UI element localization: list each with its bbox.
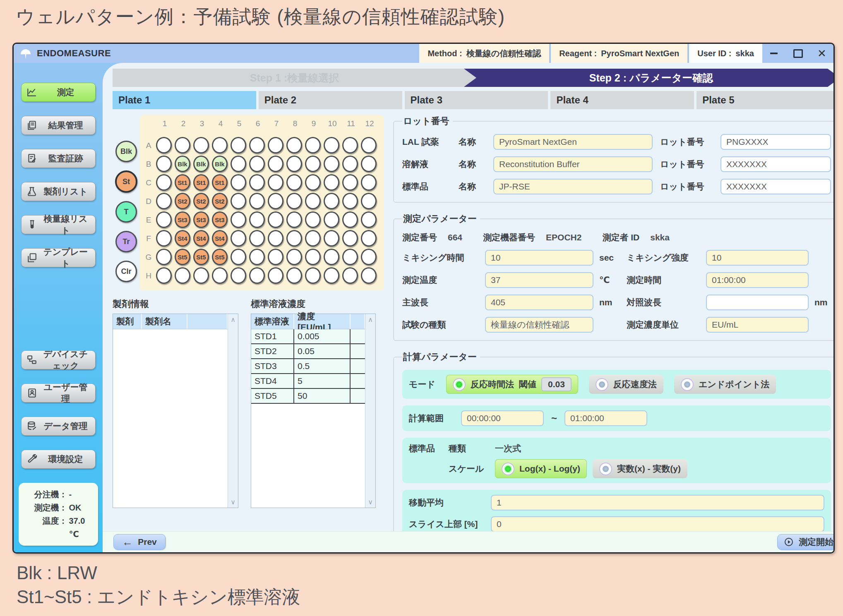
well-D5[interactable]: [231, 193, 246, 209]
standard-table-scrollbar[interactable]: ∧∨: [365, 314, 375, 508]
well-H10[interactable]: [324, 267, 339, 284]
well-E6[interactable]: [249, 211, 265, 228]
legend-blk[interactable]: Blk: [115, 141, 137, 162]
well-C9[interactable]: [305, 174, 321, 191]
well-A6[interactable]: [249, 137, 265, 153]
tab-plate-5[interactable]: Plate 5: [696, 91, 835, 109]
mode-reaction-rate-option[interactable]: 反応速度法: [589, 375, 663, 394]
well-H12[interactable]: [361, 267, 377, 284]
buffer-lot-input[interactable]: XXXXXXX: [721, 156, 831, 172]
test-type-input[interactable]: 検量線の信頼性確認: [485, 317, 593, 333]
scroll-up-icon[interactable]: ∧: [368, 316, 373, 324]
well-F7[interactable]: [268, 230, 283, 247]
well-E4[interactable]: St3: [212, 211, 228, 228]
sidebar-item-device-check[interactable]: デバイスチェック: [21, 350, 96, 369]
well-G3[interactable]: St5: [193, 249, 209, 265]
well-B4[interactable]: Blk: [212, 156, 228, 172]
well-B12[interactable]: [361, 156, 377, 172]
well-A1[interactable]: [156, 137, 172, 153]
radio-unselected-icon[interactable]: [596, 378, 608, 391]
concentration-unit-input[interactable]: EU/mL: [706, 317, 809, 333]
well-C6[interactable]: [249, 174, 265, 191]
sidebar-item-results[interactable]: 結果管理: [21, 116, 96, 135]
table-row[interactable]: STD10.005: [251, 329, 365, 344]
well-C7[interactable]: [268, 174, 283, 191]
well-B2[interactable]: Blk: [175, 156, 190, 172]
well-C11[interactable]: [342, 174, 358, 191]
well-H11[interactable]: [342, 267, 358, 284]
well-E7[interactable]: [268, 211, 283, 228]
scroll-up-icon[interactable]: ∧: [231, 316, 235, 324]
well-C3[interactable]: St1: [193, 174, 209, 191]
well-B6[interactable]: [249, 156, 265, 172]
sidebar-item-measure[interactable]: 測定: [21, 83, 96, 102]
radio-selected-icon[interactable]: [502, 463, 514, 475]
well-D6[interactable]: [249, 193, 265, 209]
radio-selected-icon[interactable]: [453, 378, 466, 391]
tab-plate-1[interactable]: Plate 1: [113, 91, 256, 109]
legend-t[interactable]: T: [115, 201, 137, 223]
well-H7[interactable]: [268, 267, 283, 284]
well-D7[interactable]: [268, 193, 283, 209]
well-A2[interactable]: [175, 137, 190, 153]
well-D9[interactable]: [305, 193, 321, 209]
well-F3[interactable]: St4: [193, 230, 209, 247]
well-E5[interactable]: [231, 211, 246, 228]
well-G9[interactable]: [305, 249, 321, 265]
slice-top-input[interactable]: 0: [491, 516, 824, 532]
well-G12[interactable]: [361, 249, 377, 265]
well-F10[interactable]: [324, 230, 339, 247]
main-wavelength-input[interactable]: 405: [485, 295, 593, 310]
well-H3[interactable]: [193, 267, 209, 284]
close-button[interactable]: ✕: [816, 48, 828, 59]
prev-button[interactable]: ← Prev: [113, 534, 166, 550]
well-F9[interactable]: [305, 230, 321, 247]
table-row[interactable]: STD45: [251, 374, 365, 389]
mixing-time-input[interactable]: 10: [485, 250, 593, 266]
mixing-strength-input[interactable]: 10: [706, 250, 809, 266]
well-H8[interactable]: [286, 267, 302, 284]
well-D3[interactable]: St2: [193, 193, 209, 209]
moving-average-input[interactable]: 1: [491, 495, 824, 511]
well-D10[interactable]: [324, 193, 339, 209]
scroll-down-icon[interactable]: ∨: [231, 498, 235, 506]
well-F11[interactable]: [342, 230, 358, 247]
well-G6[interactable]: [249, 249, 265, 265]
temperature-input[interactable]: 37: [485, 272, 593, 288]
well-F2[interactable]: St4: [175, 230, 190, 247]
well-D12[interactable]: [361, 193, 377, 209]
well-G8[interactable]: [286, 249, 302, 265]
legend-tr[interactable]: Tr: [115, 231, 137, 252]
well-E9[interactable]: [305, 211, 321, 228]
well-A4[interactable]: [212, 137, 228, 153]
sidebar-item-calibration-list[interactable]: 検量線リスト: [21, 215, 96, 234]
table-row[interactable]: STD30.5: [251, 359, 365, 374]
minimize-button[interactable]: [768, 48, 780, 59]
well-B3[interactable]: Blk: [193, 156, 209, 172]
well-H9[interactable]: [305, 267, 321, 284]
well-G4[interactable]: St5: [212, 249, 228, 265]
sidebar-item-user-management[interactable]: ユーザー管理: [21, 384, 96, 403]
scroll-down-icon[interactable]: ∨: [368, 498, 373, 506]
well-F4[interactable]: St4: [212, 230, 228, 247]
well-G7[interactable]: [268, 249, 283, 265]
step-1[interactable]: Step 1 :検量線選択: [113, 69, 476, 87]
well-B5[interactable]: [231, 156, 246, 172]
well-H5[interactable]: [231, 267, 246, 284]
well-A7[interactable]: [268, 137, 283, 153]
well-D8[interactable]: [286, 193, 302, 209]
well-B10[interactable]: [324, 156, 339, 172]
calc-range-from-input[interactable]: 00:00:00: [461, 410, 544, 426]
well-B8[interactable]: [286, 156, 302, 172]
well-A9[interactable]: [305, 137, 321, 153]
well-E10[interactable]: [324, 211, 339, 228]
radio-unselected-icon[interactable]: [599, 463, 612, 475]
well-E12[interactable]: [361, 211, 377, 228]
well-C4[interactable]: St1: [212, 174, 228, 191]
well-C1[interactable]: [156, 174, 172, 191]
well-D11[interactable]: [342, 193, 358, 209]
sidebar-item-product-list[interactable]: 製剤リスト: [21, 182, 96, 201]
well-A3[interactable]: [193, 137, 209, 153]
calc-range-to-input[interactable]: 01:00:00: [564, 410, 647, 426]
well-F12[interactable]: [361, 230, 377, 247]
